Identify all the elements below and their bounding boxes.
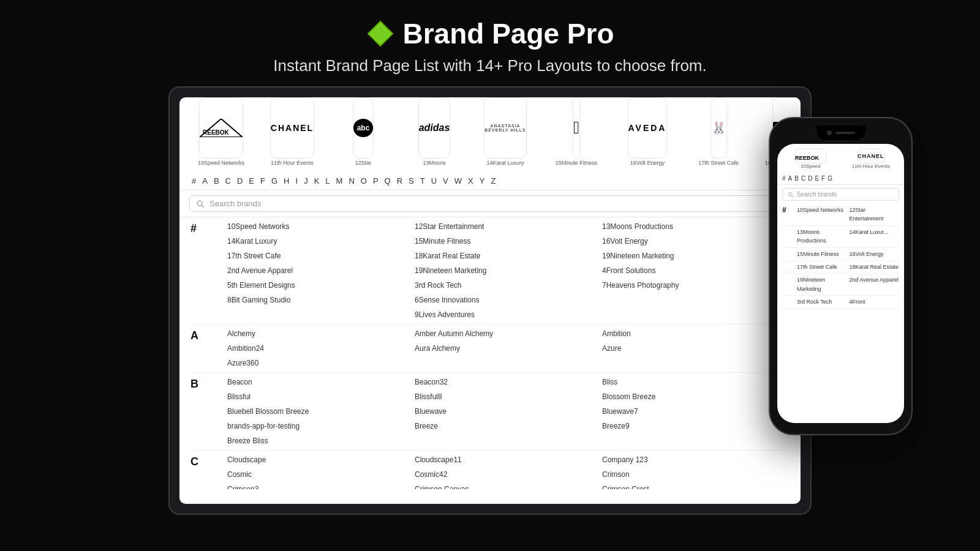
brand-name[interactable]: Blissful [227, 390, 415, 403]
alpha-hash[interactable]: # [190, 176, 197, 186]
brand-name[interactable]: Breeze [415, 419, 602, 433]
brand-logo-card-rabbit[interactable]: 🐰 [710, 97, 727, 159]
mobile-brand-name[interactable]: 13Moons Productions [797, 228, 847, 246]
alpha-m[interactable]: M [335, 176, 344, 186]
brand-name[interactable]: 13Moons Productions [602, 220, 790, 233]
brand-name[interactable]: Cloudscape [227, 453, 415, 467]
mobile-alpha-c[interactable]: C [801, 175, 805, 182]
mobile-brand-name[interactable]: 15Minute Fitness [797, 250, 847, 258]
mobile-brand-name[interactable]: 14Karat Luxur... [850, 228, 900, 246]
brand-name[interactable]: Cloudscape11 [415, 453, 602, 467]
mobile-alpha-f[interactable]: F [821, 175, 825, 182]
brand-name[interactable]: Bluebell Blossom Breeze [227, 405, 415, 418]
alpha-s[interactable]: S [407, 176, 415, 186]
brand-name[interactable]: Breeze Bliss [227, 434, 415, 448]
brand-name[interactable]: Aura Alchemy [415, 342, 602, 355]
brand-name[interactable]: Ambition24 [227, 342, 415, 355]
brand-name[interactable]: Bluewave7 [602, 405, 790, 418]
brand-name[interactable]: Amber Autumn Alchemy [415, 327, 602, 340]
alpha-j[interactable]: J [303, 176, 309, 186]
alpha-v[interactable]: V [442, 176, 450, 186]
alpha-e[interactable]: E [247, 176, 255, 186]
brand-name[interactable]: Bluewave [415, 405, 602, 418]
mobile-alpha-e[interactable]: E [815, 175, 819, 182]
brand-name[interactable]: 8Bit Gaming Studio [227, 293, 415, 307]
brand-name[interactable]: 4Front Solutions [602, 264, 790, 277]
mobile-brand-name[interactable]: 18Karat Real Estate [850, 263, 900, 271]
alpha-z[interactable]: Z [489, 176, 497, 186]
brand-name[interactable]: 15Minute Fitness [415, 234, 602, 248]
alpha-a[interactable]: A [201, 176, 209, 186]
brand-name[interactable]: 6Sense Innovations [415, 293, 602, 307]
alpha-p[interactable]: P [372, 176, 380, 186]
alpha-x[interactable]: X [467, 176, 475, 186]
brand-logo-card-chanel[interactable]: CHANEL [270, 97, 314, 159]
brand-logo-card-adidas[interactable]: adidas [418, 97, 451, 159]
brand-name[interactable]: Azure [602, 342, 790, 355]
alpha-t[interactable]: T [419, 176, 426, 186]
brand-logo-card-aveda[interactable]: AVEDA [628, 97, 668, 159]
alpha-o[interactable]: O [360, 176, 368, 186]
mobile-brand-name[interactable]: 16Volt Energy [850, 250, 900, 258]
brand-logo-card-apple[interactable]:  [573, 97, 580, 159]
brand-name[interactable]: brands-app-for-testing [227, 419, 415, 433]
mobile-logo-reebok[interactable]: REEBOK [794, 149, 826, 163]
brand-logo-card-reebok[interactable]: REEBOK [199, 97, 243, 159]
mobile-brand-name[interactable]: 3rd Rock Tech [797, 298, 847, 306]
mobile-logo-chanel[interactable]: CHANEL [857, 149, 885, 163]
brand-name[interactable]: Crimson Canvas [415, 482, 602, 489]
brand-name[interactable]: 17th Street Cafe [227, 249, 415, 263]
alpha-q[interactable]: Q [383, 176, 392, 186]
brand-name[interactable]: 18Karat Real Estate [415, 249, 602, 263]
alpha-c[interactable]: C [224, 176, 232, 186]
alpha-n[interactable]: N [347, 176, 355, 186]
alpha-f[interactable]: F [259, 176, 266, 186]
brand-name[interactable]: 2nd Avenue Apparel [227, 264, 415, 277]
alpha-i[interactable]: I [295, 176, 300, 186]
brand-name[interactable]: Cosmic [227, 468, 415, 481]
brand-name[interactable]: 19Nineteen Marketing [415, 264, 602, 277]
brand-name[interactable]: Crimson [602, 468, 790, 481]
alpha-y[interactable]: Y [478, 176, 486, 186]
brand-name[interactable]: Blossom Breeze [602, 390, 790, 403]
alpha-u[interactable]: U [430, 176, 438, 186]
brand-name[interactable]: Crimson Crest [602, 482, 790, 489]
alpha-k[interactable]: K [313, 176, 321, 186]
mobile-alpha-d[interactable]: D [808, 175, 812, 182]
brand-name[interactable]: 12Star Entertainment [415, 220, 602, 233]
brand-name[interactable]: 7Heavens Photography [602, 279, 790, 292]
brand-name[interactable]: 16Volt Energy [602, 234, 790, 248]
brand-logo-card-abc[interactable]: abc [353, 97, 374, 159]
brand-name[interactable]: Alchemy [227, 327, 415, 340]
mobile-brand-name[interactable]: 12Star Entertainment [850, 206, 900, 223]
alpha-b[interactable]: B [213, 176, 221, 186]
brand-name[interactable]: 9Lives Adventures [415, 308, 602, 321]
brand-name[interactable]: 5th Element Designs [227, 279, 415, 292]
mobile-brand-name[interactable]: 19Nineteen Marketing [797, 276, 847, 293]
brand-name[interactable]: Ambition [602, 327, 790, 340]
alpha-l[interactable]: L [324, 176, 331, 186]
brand-name[interactable]: Breeze9 [602, 419, 790, 433]
mobile-brand-name[interactable]: 4Front [850, 298, 900, 306]
mobile-brand-name[interactable]: 10Speed Networks [797, 206, 847, 223]
brand-name[interactable]: Cosmic42 [415, 468, 602, 481]
alpha-r[interactable]: R [396, 176, 404, 186]
brand-name[interactable]: Beacon32 [415, 375, 602, 389]
brand-name[interactable]: Crimson3 [227, 482, 415, 489]
search-input[interactable]: Search brands [209, 199, 784, 208]
brand-logo-card-anastasia[interactable]: ANASTASIABEVERLY HILLS [484, 97, 526, 159]
brand-name[interactable]: Company 123 [602, 453, 790, 467]
alpha-g[interactable]: G [270, 176, 279, 186]
mobile-search-input[interactable]: Search brands [797, 191, 837, 198]
mobile-brand-name[interactable]: 2nd Avenue Apparel [850, 276, 900, 293]
brand-name[interactable]: Blissful8 [415, 390, 602, 403]
brand-name[interactable]: 14Karat Luxury [227, 234, 415, 248]
mobile-alpha-b[interactable]: B [794, 175, 799, 182]
alpha-w[interactable]: W [453, 176, 463, 186]
mobile-alpha-a[interactable]: A [788, 175, 793, 182]
brand-name[interactable]: 10Speed Networks [227, 220, 415, 233]
brand-name[interactable]: Azure360 [227, 356, 415, 370]
alpha-h[interactable]: H [282, 176, 290, 186]
brand-name[interactable]: 19Nineteen Marketing [602, 249, 790, 263]
mobile-alpha-g[interactable]: G [827, 175, 832, 182]
